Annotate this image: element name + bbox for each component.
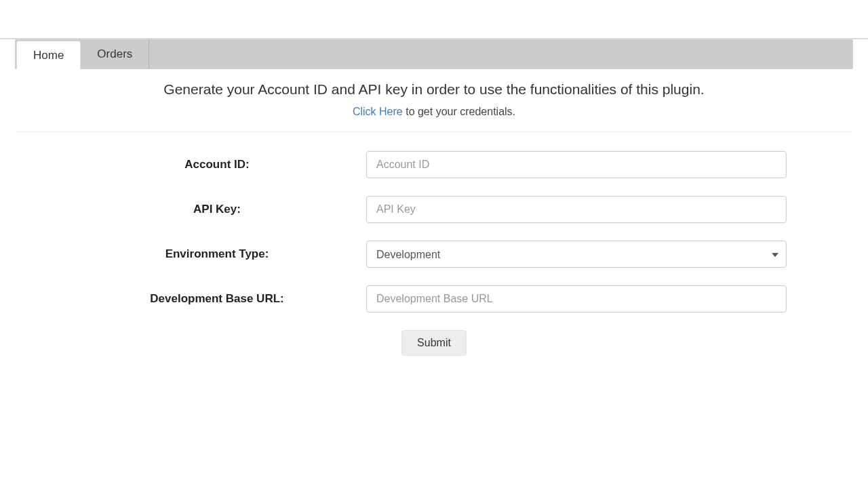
label-environment: Environment Type: bbox=[81, 247, 366, 261]
tab-home[interactable]: Home bbox=[16, 41, 81, 69]
intro-credentials-line: Click Here to get your credentials. bbox=[22, 106, 846, 118]
credentials-form: Account ID: API Key: Environment Type: D… bbox=[75, 151, 793, 356]
label-account-id: Account ID: bbox=[81, 158, 366, 171]
dev-url-input[interactable] bbox=[366, 285, 787, 312]
api-key-input[interactable] bbox=[366, 196, 787, 223]
row-environment: Environment Type: Development bbox=[81, 241, 787, 268]
submit-button[interactable]: Submit bbox=[401, 330, 467, 356]
row-dev-url: Development Base URL: bbox=[81, 285, 787, 312]
row-api-key: API Key: bbox=[81, 196, 787, 223]
environment-select[interactable]: Development bbox=[366, 241, 787, 268]
label-dev-url: Development Base URL: bbox=[81, 292, 366, 306]
label-api-key: API Key: bbox=[81, 203, 366, 216]
top-bar bbox=[0, 0, 868, 39]
intro-section: Generate your Account ID and API key in … bbox=[15, 69, 853, 132]
credentials-link[interactable]: Click Here bbox=[353, 106, 403, 117]
tabs-bar: Home Orders bbox=[15, 39, 853, 69]
intro-heading: Generate your Account ID and API key in … bbox=[22, 81, 846, 98]
tab-orders[interactable]: Orders bbox=[81, 39, 149, 69]
row-account-id: Account ID: bbox=[81, 151, 787, 178]
account-id-input[interactable] bbox=[366, 151, 787, 178]
intro-tail-text: to get your credentials. bbox=[403, 106, 515, 117]
